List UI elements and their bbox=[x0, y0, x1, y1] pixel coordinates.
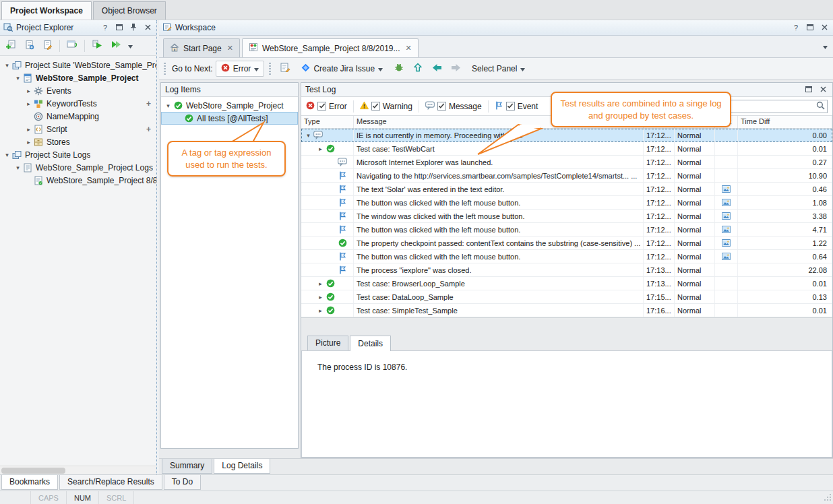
close-panel-button[interactable] bbox=[817, 84, 828, 95]
float-button[interactable] bbox=[805, 22, 815, 33]
create-issue-form-button[interactable] bbox=[277, 61, 293, 77]
expand-icon[interactable]: ▸ bbox=[24, 126, 33, 133]
help-button[interactable]: ? bbox=[100, 22, 111, 33]
filter-event-checkbox[interactable] bbox=[506, 102, 515, 111]
tab-list-dropdown[interactable] bbox=[823, 42, 828, 51]
create-jira-issue-button[interactable]: Create Jira Issue bbox=[296, 61, 388, 77]
forward-button[interactable] bbox=[448, 61, 464, 77]
tab-picture[interactable]: Picture bbox=[307, 336, 348, 350]
tree-item-webstore-sample-project-logs[interactable]: ▾WebStore_Sample_Project Logs bbox=[0, 161, 156, 174]
filter-error-checkbox[interactable] bbox=[317, 102, 326, 111]
expand-icon[interactable]: ▸ bbox=[316, 280, 325, 287]
column-header-type[interactable]: Type bbox=[301, 116, 354, 128]
tab-bookmarks[interactable]: Bookmarks bbox=[1, 475, 58, 490]
help-button[interactable]: ? bbox=[791, 22, 801, 33]
expand-icon[interactable]: ▸ bbox=[24, 100, 33, 107]
close-tab-icon[interactable]: ✕ bbox=[404, 44, 412, 53]
tree-item-project-suite-webstore-sample-projec[interactable]: ▾Project Suite 'WebStore_Sample_Projec bbox=[0, 59, 156, 71]
collapse-icon[interactable]: ▾ bbox=[304, 132, 313, 139]
organize-items-button[interactable] bbox=[64, 38, 80, 54]
tree-item-script[interactable]: ▸Script+ bbox=[0, 123, 156, 135]
log-row[interactable]: The button was clicked with the left mou… bbox=[301, 223, 832, 237]
scrollbar-thumb[interactable] bbox=[1, 468, 65, 474]
log-row[interactable]: The window was clicked with the left mou… bbox=[301, 210, 832, 223]
log-row[interactable]: The property checkpoint passed: contentT… bbox=[301, 237, 832, 250]
close-tab-icon[interactable]: ✕ bbox=[226, 44, 233, 53]
select-panel-button[interactable]: Select Panel bbox=[466, 61, 530, 76]
float-button[interactable] bbox=[803, 84, 814, 95]
close-panel-button[interactable] bbox=[819, 22, 830, 33]
float-button[interactable] bbox=[114, 22, 125, 33]
log-row[interactable]: The text 'Solar' was entered in the text… bbox=[301, 183, 832, 196]
run-options-dropdown[interactable] bbox=[125, 38, 135, 54]
collapse-icon[interactable]: ▾ bbox=[3, 152, 11, 158]
tree-item-keywordtests[interactable]: ▸KeywordTests+ bbox=[0, 97, 156, 110]
log-row[interactable]: ▸Test case: SimpleTest_Sample17:16...Nor… bbox=[301, 304, 832, 317]
filter-event[interactable]: Event bbox=[495, 101, 538, 112]
expand-icon[interactable]: ▸ bbox=[316, 307, 325, 314]
tree-item-events[interactable]: ▸Events bbox=[0, 84, 156, 97]
log-row[interactable]: The button was clicked with the left mou… bbox=[301, 250, 832, 263]
log-row-link[interactable] bbox=[715, 237, 738, 249]
toolbar-grip[interactable] bbox=[164, 63, 166, 75]
tab-object-browser[interactable]: Object Browser bbox=[93, 1, 166, 20]
run-suite-button[interactable] bbox=[107, 38, 123, 54]
resize-grip[interactable] bbox=[824, 493, 833, 503]
run-project-button[interactable] bbox=[89, 38, 105, 54]
log-row[interactable]: ▸Test case: BrowserLoop_Sample17:13...No… bbox=[301, 277, 832, 290]
log-row[interactable]: The button was clicked with the left mou… bbox=[301, 196, 832, 210]
filter-warning-checkbox[interactable] bbox=[371, 102, 380, 111]
collapse-icon[interactable]: ▾ bbox=[3, 62, 11, 69]
tree-item-webstore-sample-project[interactable]: ▾WebStore_Sample_Project bbox=[161, 99, 298, 112]
tree-item-project-suite-logs[interactable]: ▾Project Suite Logs bbox=[0, 148, 156, 161]
log-row[interactable]: The process "iexplore" was closed.17:13.… bbox=[301, 263, 832, 277]
tab-search-replace-results[interactable]: Search/Replace Results bbox=[59, 475, 162, 490]
add-item-button[interactable] bbox=[3, 38, 19, 54]
add-new-item-button[interactable] bbox=[21, 38, 37, 54]
horizontal-scrollbar[interactable] bbox=[0, 466, 156, 474]
add-child-button[interactable]: + bbox=[146, 125, 156, 134]
column-header-time-diff[interactable]: Time Diff bbox=[738, 116, 832, 128]
filter-message-checkbox[interactable] bbox=[437, 102, 446, 111]
tab-project-workspace[interactable]: Project Workspace bbox=[1, 1, 92, 20]
log-row[interactable]: Navigating to the http://services.smartb… bbox=[301, 169, 832, 183]
log-row-link[interactable] bbox=[715, 196, 738, 209]
expand-icon[interactable]: ▸ bbox=[24, 139, 33, 146]
pin-button[interactable] bbox=[128, 22, 139, 33]
doc-tab-test-log[interactable]: WebStore_Sample_Project 8/8/2019... ✕ bbox=[242, 38, 419, 57]
up-one-level-button[interactable] bbox=[410, 61, 426, 77]
tab-details[interactable]: Details bbox=[350, 336, 391, 351]
log-row[interactable]: ▸Test case: TestWebCart17:12...Normal0.0… bbox=[301, 142, 832, 156]
back-button[interactable] bbox=[429, 61, 445, 77]
log-row[interactable]: ▾IE is not currently in memory. Proceedi… bbox=[301, 129, 832, 142]
edit-item-button[interactable] bbox=[39, 38, 55, 54]
log-row-link[interactable] bbox=[715, 210, 738, 222]
tab-summary[interactable]: Summary bbox=[162, 459, 212, 474]
tree-item-webstore-sample-project-8-8-2[interactable]: WebStore_Sample_Project 8/8/2... bbox=[0, 174, 156, 187]
collapse-icon[interactable]: ▾ bbox=[164, 102, 173, 109]
post-defect-button[interactable] bbox=[391, 61, 407, 77]
tab-to-do[interactable]: To Do bbox=[164, 475, 201, 490]
collapse-icon[interactable]: ▾ bbox=[13, 75, 22, 82]
log-row[interactable]: ▸Test case: DataLoop_Sample17:15...Norma… bbox=[301, 290, 832, 304]
log-row-link[interactable] bbox=[715, 223, 738, 236]
expand-icon[interactable]: ▸ bbox=[316, 294, 325, 301]
tree-item-namemapping[interactable]: NameMapping bbox=[0, 110, 156, 123]
filter-error[interactable]: Error bbox=[306, 101, 347, 112]
toolbar-grip[interactable] bbox=[269, 63, 271, 75]
tree-item-stores[interactable]: ▸Stores bbox=[0, 135, 156, 148]
go-to-next-error-button[interactable]: Error bbox=[216, 61, 265, 77]
log-row-link[interactable] bbox=[715, 183, 738, 195]
collapse-icon[interactable]: ▾ bbox=[13, 164, 22, 171]
close-panel-button[interactable] bbox=[142, 22, 153, 33]
expand-icon[interactable]: ▸ bbox=[24, 88, 33, 94]
log-row-link[interactable] bbox=[715, 250, 738, 263]
filter-message[interactable]: Message bbox=[425, 101, 482, 112]
tree-item-webstore-sample-project[interactable]: ▾WebStore_Sample_Project bbox=[0, 71, 156, 84]
tab-log-details[interactable]: Log Details bbox=[214, 459, 270, 474]
log-row[interactable]: Microsoft Internet Explorer was launched… bbox=[301, 156, 832, 169]
expand-icon[interactable]: ▸ bbox=[316, 146, 325, 152]
doc-tab-start-page[interactable]: Start Page ✕ bbox=[163, 38, 240, 57]
add-child-button[interactable]: + bbox=[146, 99, 156, 108]
filter-warning[interactable]: Warning bbox=[360, 101, 412, 112]
